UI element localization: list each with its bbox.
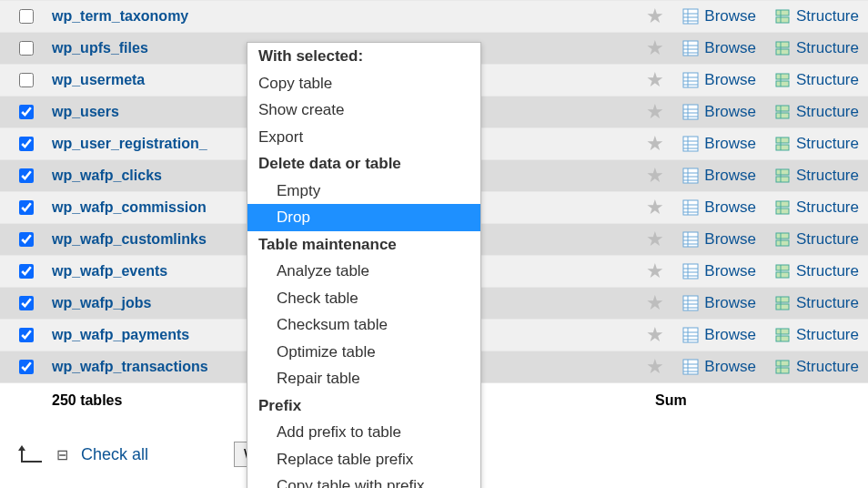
row-checkbox[interactable] <box>19 105 34 119</box>
table-name-link[interactable]: wp_usermeta <box>52 72 145 87</box>
favorite-star-icon[interactable]: ★ <box>646 291 664 315</box>
browse-action[interactable]: Browse <box>673 294 765 312</box>
browse-label: Browse <box>704 167 756 185</box>
svg-rect-8 <box>683 41 698 56</box>
structure-action[interactable]: Structure <box>765 294 868 312</box>
svg-rect-54 <box>776 208 789 214</box>
structure-action[interactable]: Structure <box>765 198 868 217</box>
structure-label: Structure <box>796 135 859 153</box>
table-name-link[interactable]: wp_wafp_transactions <box>52 359 208 374</box>
row-checkbox[interactable] <box>19 41 34 56</box>
browse-action[interactable]: Browse <box>673 71 765 89</box>
favorite-star-icon[interactable]: ★ <box>646 132 664 156</box>
menu-item[interactable]: Copy table with prefix <box>247 473 480 488</box>
row-checkbox[interactable] <box>19 137 34 151</box>
row-checkbox[interactable] <box>19 360 34 374</box>
menu-item[interactable]: Show create <box>247 97 480 124</box>
browse-action[interactable]: Browse <box>673 326 765 344</box>
structure-action[interactable]: Structure <box>765 358 868 376</box>
structure-action[interactable]: Structure <box>765 135 868 153</box>
browse-icon <box>682 104 699 120</box>
browse-icon <box>682 327 699 343</box>
menu-item[interactable]: Copy table <box>247 70 480 97</box>
menu-item[interactable]: Analyze table <box>247 258 480 285</box>
menu-item[interactable]: Empty <box>247 178 480 205</box>
structure-label: Structure <box>796 230 859 249</box>
favorite-star-icon[interactable]: ★ <box>646 36 664 60</box>
structure-label: Structure <box>796 326 859 344</box>
svg-rect-24 <box>683 105 698 119</box>
table-name-link[interactable]: wp_wafp_clicks <box>52 168 162 183</box>
favorite-star-icon[interactable]: ★ <box>646 323 664 347</box>
svg-rect-38 <box>776 145 789 150</box>
table-name-link[interactable]: wp_wafp_jobs <box>52 295 151 310</box>
favorite-star-icon[interactable]: ★ <box>646 259 664 283</box>
row-checkbox[interactable] <box>19 168 34 183</box>
structure-icon <box>774 327 791 343</box>
row-checkbox[interactable] <box>19 328 34 342</box>
menu-item[interactable]: Optimize table <box>247 339 480 366</box>
browse-action[interactable]: Browse <box>673 262 765 280</box>
structure-action[interactable]: Structure <box>765 103 868 121</box>
structure-action[interactable]: Structure <box>765 71 868 89</box>
structure-label: Structure <box>796 103 859 121</box>
svg-rect-6 <box>776 17 789 23</box>
structure-action[interactable]: Structure <box>765 262 868 280</box>
favorite-star-icon[interactable]: ★ <box>646 100 664 124</box>
table-name-link[interactable]: wp_term_taxonomy <box>52 8 188 24</box>
row-checkbox[interactable] <box>19 200 34 215</box>
structure-icon <box>774 136 791 152</box>
structure-action[interactable]: Structure <box>765 7 868 25</box>
browse-label: Browse <box>704 294 756 312</box>
table-name-link[interactable]: wp_upfs_files <box>52 40 148 56</box>
browse-action[interactable]: Browse <box>673 7 765 25</box>
table-row: wp_term_taxonomy ★ Browse Structure <box>0 0 868 32</box>
table-name-link[interactable]: wp_users <box>52 104 119 119</box>
favorite-star-icon[interactable]: ★ <box>646 355 664 379</box>
table-name-link[interactable]: wp_wafp_payments <box>52 327 189 342</box>
structure-label: Structure <box>796 7 859 25</box>
browse-action[interactable]: Browse <box>673 135 765 153</box>
browse-action[interactable]: Browse <box>673 358 765 376</box>
table-name-link[interactable]: wp_wafp_customlinks <box>52 231 207 247</box>
structure-action[interactable]: Structure <box>765 167 868 185</box>
menu-item[interactable]: Add prefix to table <box>247 419 480 446</box>
menu-item[interactable]: Repair table <box>247 365 480 392</box>
structure-action[interactable]: Structure <box>765 39 868 57</box>
favorite-star-icon[interactable]: ★ <box>646 68 664 92</box>
table-name-link[interactable]: wp_wafp_commission <box>52 199 207 215</box>
menu-item[interactable]: Replace table prefix <box>247 446 480 473</box>
browse-icon <box>682 8 699 25</box>
browse-action[interactable]: Browse <box>673 198 765 217</box>
collapse-icon[interactable]: ⊟ <box>56 446 68 463</box>
row-checkbox[interactable] <box>19 73 34 87</box>
favorite-star-icon[interactable]: ★ <box>646 196 664 219</box>
check-all-link[interactable]: Check all <box>81 445 148 464</box>
favorite-star-icon[interactable]: ★ <box>646 5 664 28</box>
browse-action[interactable]: Browse <box>673 39 765 57</box>
structure-action[interactable]: Structure <box>765 326 868 344</box>
menu-item[interactable]: Checksum table <box>247 311 480 339</box>
row-checkbox[interactable] <box>19 9 34 24</box>
browse-action[interactable]: Browse <box>673 103 765 121</box>
favorite-star-icon[interactable]: ★ <box>646 228 664 251</box>
table-name-link[interactable]: wp_user_registration_ <box>52 136 207 151</box>
row-checkbox[interactable] <box>19 232 34 247</box>
svg-rect-86 <box>776 336 789 341</box>
browse-icon <box>682 136 699 152</box>
menu-item[interactable]: Drop <box>247 204 480 231</box>
svg-rect-32 <box>683 137 698 151</box>
browse-action[interactable]: Browse <box>673 230 765 249</box>
structure-action[interactable]: Structure <box>765 230 868 249</box>
menu-item[interactable]: Check table <box>247 285 480 312</box>
browse-action[interactable]: Browse <box>673 167 765 185</box>
menu-item[interactable]: Export <box>247 124 480 151</box>
row-checkbox[interactable] <box>19 296 34 310</box>
structure-icon <box>774 263 791 280</box>
structure-icon <box>774 168 791 184</box>
structure-icon <box>774 359 791 375</box>
row-checkbox[interactable] <box>19 264 34 279</box>
favorite-star-icon[interactable]: ★ <box>646 164 664 188</box>
structure-label: Structure <box>796 358 859 376</box>
table-name-link[interactable]: wp_wafp_events <box>52 263 167 279</box>
